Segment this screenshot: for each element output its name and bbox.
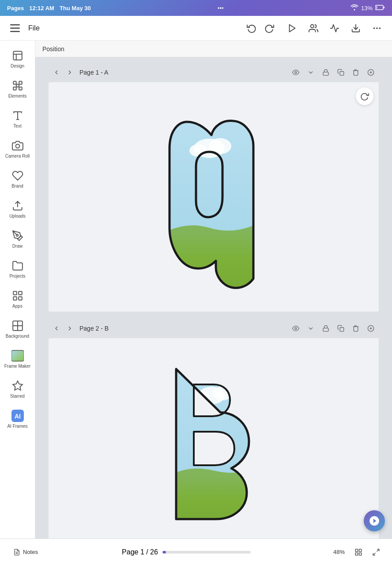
page-1-add-btn[interactable]: [365, 66, 377, 79]
svg-point-15: [16, 84, 19, 87]
page-2-lock-btn[interactable]: [320, 322, 332, 335]
svg-rect-58: [359, 549, 362, 551]
share-button[interactable]: [327, 20, 343, 36]
svg-point-35: [295, 72, 297, 73]
page-2-header: Page 2 - B: [49, 322, 379, 335]
page-1-delete-btn[interactable]: [350, 66, 362, 79]
redo-button[interactable]: [261, 20, 277, 36]
sidebar-item-uploads[interactable]: Uploads: [2, 195, 34, 223]
people-button[interactable]: [305, 20, 321, 36]
page-1-nav-arrows: [50, 66, 76, 79]
ai-frames-icon: AI: [11, 410, 24, 422]
page-1-container: Page 1 - A: [49, 66, 379, 312]
svg-rect-12: [13, 51, 22, 60]
svg-line-61: [377, 549, 379, 551]
toolbar-center: [244, 20, 277, 36]
page-2-add-btn[interactable]: [365, 322, 377, 335]
svg-point-10: [376, 27, 378, 29]
draw-icon: [11, 230, 24, 242]
zoom-label: 48%: [330, 549, 348, 555]
page-1-lock-btn[interactable]: [320, 66, 332, 79]
refresh-button[interactable]: [356, 87, 373, 105]
sidebar-item-camera-roll[interactable]: Camera Roll: [2, 135, 34, 163]
brand-icon: [11, 170, 24, 182]
page-1-actions: [290, 66, 377, 79]
sidebar-item-draw[interactable]: Draw: [2, 225, 34, 253]
ai-frames-label: AI Frames: [7, 424, 27, 429]
page-2-container: Page 2 - B: [49, 322, 379, 539]
fullscreen-button[interactable]: [369, 545, 383, 559]
sidebar: Design Elements Text: [0, 41, 35, 539]
toolbar: File: [0, 16, 392, 41]
background-label: Background: [6, 334, 29, 339]
page-2-visibility-btn[interactable]: [290, 322, 302, 335]
svg-text:AI: AI: [15, 413, 21, 420]
progress-track: [162, 551, 251, 554]
svg-point-7: [311, 24, 314, 27]
sidebar-item-brand[interactable]: Brand: [2, 165, 34, 193]
svg-rect-3: [10, 24, 20, 26]
notes-button[interactable]: Notes: [9, 546, 42, 558]
camera-roll-label: Camera Roll: [5, 154, 30, 159]
apps-label: Apps: [12, 304, 23, 309]
page-2-duplicate-btn[interactable]: [335, 322, 347, 335]
more-indicator: •••: [218, 5, 224, 11]
svg-point-44: [189, 144, 207, 157]
sidebar-item-ai-frames[interactable]: AI AI Frames: [2, 405, 34, 433]
page-1-canvas[interactable]: [49, 82, 379, 312]
sidebar-item-text[interactable]: Text: [2, 105, 34, 133]
sidebar-item-starred[interactable]: Starred: [2, 375, 34, 403]
menu-button[interactable]: [7, 20, 23, 36]
undo-button[interactable]: [244, 20, 260, 36]
page-2-canvas[interactable]: [49, 338, 379, 539]
text-icon: [11, 109, 24, 122]
page-2-nav-arrows: [50, 322, 76, 335]
svg-rect-30: [11, 350, 24, 362]
page-1-prev-btn[interactable]: [50, 66, 63, 79]
more-options-button[interactable]: [369, 20, 385, 36]
page-2-expand-btn[interactable]: [305, 322, 317, 335]
grid-view-button[interactable]: [351, 545, 366, 559]
svg-rect-36: [323, 72, 328, 75]
frame-maker-label: Frame Maker: [4, 364, 30, 369]
svg-rect-26: [19, 291, 22, 295]
svg-line-62: [373, 553, 375, 555]
design-label: Design: [11, 64, 24, 69]
sidebar-item-elements[interactable]: Elements: [2, 75, 34, 103]
letter-b-illustration: [158, 360, 269, 528]
page-2-prev-btn[interactable]: [50, 322, 63, 335]
sidebar-item-background[interactable]: Background: [2, 315, 34, 343]
svg-rect-60: [359, 553, 362, 555]
position-bar: Position: [35, 41, 392, 57]
page-2-actions: [290, 322, 377, 335]
projects-label: Projects: [9, 274, 25, 279]
sidebar-item-projects[interactable]: Projects: [2, 255, 34, 283]
sidebar-item-frame-maker[interactable]: Frame Maker: [2, 345, 34, 373]
svg-rect-4: [10, 27, 20, 29]
projects-icon: [11, 260, 24, 272]
page-1-expand-btn[interactable]: [305, 66, 317, 79]
svg-rect-19: [19, 87, 22, 90]
page-1-visibility-btn[interactable]: [290, 66, 302, 79]
elements-icon: [11, 79, 24, 92]
svg-rect-27: [13, 297, 17, 300]
sidebar-item-apps[interactable]: Apps: [2, 285, 34, 313]
page-2-delete-btn[interactable]: [350, 322, 362, 335]
page-1-duplicate-btn[interactable]: [335, 66, 347, 79]
svg-marker-6: [290, 24, 295, 32]
status-right: 13%: [351, 4, 385, 12]
toolbar-right: [284, 20, 385, 36]
page-2-next-btn[interactable]: [64, 322, 76, 335]
download-button[interactable]: [348, 20, 364, 36]
page-2-title: Page 2 - B: [79, 325, 109, 332]
sidebar-item-design[interactable]: Design: [2, 45, 34, 73]
present-button[interactable]: [284, 20, 300, 36]
starred-icon: [11, 380, 24, 392]
svg-rect-59: [355, 553, 358, 555]
svg-point-24: [16, 234, 18, 236]
svg-rect-2: [384, 7, 384, 8]
page-1-next-btn[interactable]: [64, 66, 76, 79]
ai-assistant-button[interactable]: [364, 510, 385, 531]
svg-rect-18: [13, 87, 16, 90]
bottom-bar: Notes Page 1 / 26 48%: [0, 539, 392, 565]
